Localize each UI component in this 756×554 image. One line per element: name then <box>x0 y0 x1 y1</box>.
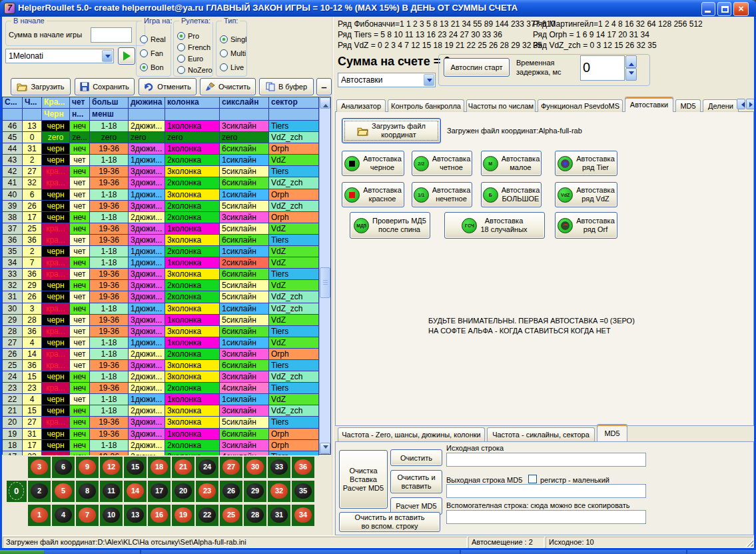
table-cell[interactable]: 5сиклайн <box>220 223 269 235</box>
table-cell[interactable]: черн <box>42 189 70 201</box>
play-button[interactable] <box>118 47 135 65</box>
table-cell[interactable]: 6сиклайн <box>220 429 269 440</box>
table-cell[interactable]: 1-18 <box>90 303 129 315</box>
board-number-cell[interactable]: 27 <box>220 457 242 478</box>
table-cell[interactable]: чет <box>70 155 90 166</box>
table-cell[interactable]: 19-36 <box>90 417 129 428</box>
table-cell[interactable]: чет <box>70 269 90 280</box>
table-cell[interactable]: VdZ_zch <box>269 201 319 212</box>
table-row[interactable]: 2928чернчет19-363дюжи...1колонка5сиклайн… <box>3 315 319 326</box>
table-cell[interactable]: 1-18 <box>90 349 129 360</box>
bottom-tab-1[interactable]: Частота - Zero, шансы, дюжины, колонки <box>338 427 485 441</box>
table-cell[interactable]: Orph <box>269 189 319 201</box>
bet-button-малое[interactable]: МАвтоставкамалое <box>481 151 542 176</box>
board-number-cell[interactable]: 11 <box>100 481 123 502</box>
table-cell[interactable]: zero <box>220 132 269 143</box>
table-cell[interactable]: неч <box>70 303 90 315</box>
table-cell[interactable]: 43 <box>3 155 23 166</box>
board-number-cell[interactable]: 5 <box>52 481 75 502</box>
board-number-cell[interactable]: 1 <box>28 505 51 526</box>
load-button[interactable]: Загрузить <box>11 78 71 95</box>
table-cell[interactable]: Orph <box>269 429 319 440</box>
table-cell[interactable]: 2дюжи... <box>129 405 165 417</box>
table-cell[interactable]: 32 <box>3 280 23 291</box>
table-cell[interactable]: 6сиклайн <box>220 269 269 280</box>
bet-button-нечетное[interactable]: 1/1Автоставканечетное <box>412 182 472 207</box>
table-cell[interactable]: 3колонка <box>165 326 220 337</box>
table-cell[interactable]: черн <box>42 280 70 291</box>
table-cell[interactable]: 4 <box>23 394 42 405</box>
table-cell[interactable]: 2сиклайн <box>220 257 269 269</box>
table-cell[interactable]: 6сиклайн <box>220 177 269 189</box>
collapse-button[interactable]: – <box>316 78 332 95</box>
table-cell[interactable]: VdZ <box>269 223 319 235</box>
table-cell[interactable]: 2колонка <box>165 212 220 223</box>
register-checkbox[interactable] <box>528 475 537 483</box>
table-cell[interactable]: 31 <box>3 291 23 303</box>
table-cell[interactable]: 2колонка <box>165 291 220 303</box>
table-cell[interactable]: 19-36 <box>90 223 129 235</box>
board-number-cell[interactable]: 21 <box>172 457 194 478</box>
undo-button[interactable]: Отменить <box>139 78 196 95</box>
table-cell[interactable]: 22 <box>3 394 23 405</box>
table-cell[interactable]: Orph <box>269 440 319 451</box>
table-cell[interactable]: 1колонка <box>165 315 220 326</box>
table-cell[interactable]: 6сиклайн <box>220 326 269 337</box>
table-cell[interactable]: 0 <box>23 132 42 143</box>
table-cell[interactable]: 3сиклайн <box>220 371 269 383</box>
bet-button-красное[interactable]: Автоставкакрасное <box>342 182 404 207</box>
table-cell[interactable]: 2колонка <box>165 201 220 212</box>
table-cell[interactable]: 26 <box>3 349 23 360</box>
table-cell[interactable]: 1сиклайн <box>220 394 269 405</box>
save-button[interactable]: Сохранить <box>75 78 135 95</box>
table-cell[interactable]: 5сиклайн <box>220 201 269 212</box>
board-number-cell[interactable]: 32 <box>268 481 290 502</box>
table-row[interactable]: 450zeroze...zerozerozerozeroVdZ_zch <box>3 132 319 143</box>
table-scrollbar[interactable] <box>319 97 330 454</box>
board-number-cell[interactable]: 13 <box>124 505 147 526</box>
md5-clear-paste-button[interactable]: Очистить ивставить <box>390 470 442 493</box>
table-cell[interactable]: чет <box>70 360 90 371</box>
table-cell[interactable]: кра... <box>42 223 70 235</box>
scroll-down-icon[interactable] <box>320 443 330 454</box>
table-cell[interactable]: 3 <box>23 303 42 315</box>
table-cell[interactable]: 25 <box>23 223 42 235</box>
table-row[interactable]: 2415черннеч1-182дюжи...3колонка3сиклайнV… <box>3 371 319 383</box>
table-cell[interactable]: 1дюжи... <box>129 155 165 166</box>
table-cell[interactable]: 27 <box>3 337 23 349</box>
table-cell[interactable]: 3колонка <box>165 360 220 371</box>
table-row[interactable]: 4431черннеч19-363дюжи...1колонка6сиклайн… <box>3 143 319 155</box>
tab-частоты-по-числам[interactable]: Частоты по числам <box>466 99 536 112</box>
table-cell[interactable]: 5сиклайн <box>220 166 269 177</box>
table-cell[interactable]: 3дюжи... <box>129 166 165 177</box>
table-cell[interactable]: черн <box>42 315 70 326</box>
mode-combobox[interactable]: Автоставки <box>338 73 436 87</box>
scrollbar-thumb[interactable] <box>320 267 330 298</box>
table-cell[interactable]: неч <box>70 121 90 132</box>
radio-real[interactable]: Real <box>140 35 166 43</box>
table-cell[interactable]: VdZ <box>269 280 319 291</box>
table-cell[interactable]: Tiers <box>269 326 319 337</box>
table-cell[interactable]: Tiers <box>269 235 319 246</box>
table-cell[interactable]: VdZ_zch <box>269 405 319 417</box>
table-cell[interactable]: кра... <box>42 257 70 269</box>
table-cell[interactable]: чет <box>70 177 90 189</box>
table-cell[interactable]: Orph <box>269 143 319 155</box>
table-cell[interactable]: 34 <box>3 257 23 269</box>
table-row[interactable]: 1931черннеч19-363дюжи...1колонка6сиклайн… <box>3 429 319 440</box>
table-row[interactable]: 432чернчет1-181дюжи...2колонка1сиклайнVd… <box>3 155 319 166</box>
table-cell[interactable]: 3колонка <box>165 269 220 280</box>
table-cell[interactable]: 2колонка <box>165 155 220 166</box>
table-cell[interactable]: кра... <box>42 303 70 315</box>
board-number-cell[interactable]: 28 <box>244 505 266 526</box>
delay-value-field[interactable]: 0 <box>580 55 625 81</box>
table-row[interactable]: 274чернчет1-181дюжи...1колонка1сиклайнVd… <box>3 337 319 349</box>
table-cell[interactable]: 23 <box>23 383 42 394</box>
table-cell[interactable]: кра... <box>42 417 70 428</box>
table-cell[interactable]: 3дюжи... <box>129 143 165 155</box>
table-row[interactable]: 2115черннеч1-182дюжи...3колонка3сиклайнV… <box>3 405 319 417</box>
table-cell[interactable]: ze... <box>70 132 90 143</box>
table-cell[interactable]: 2дюжи... <box>129 371 165 383</box>
table-cell[interactable]: 28 <box>23 315 42 326</box>
table-cell[interactable]: 1колонка <box>165 143 220 155</box>
